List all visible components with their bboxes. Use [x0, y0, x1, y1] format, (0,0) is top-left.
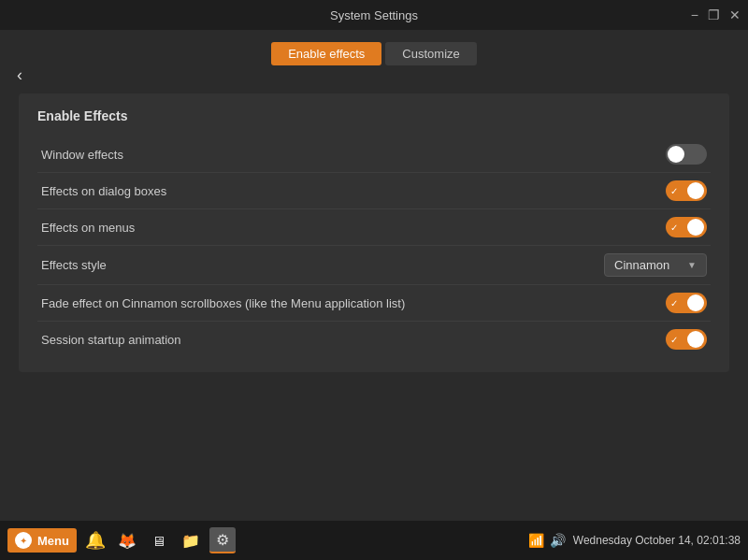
toggle-knob	[687, 331, 704, 348]
close-button[interactable]: ✕	[729, 7, 741, 22]
minimize-button[interactable]: −	[691, 7, 698, 22]
settings-panel: Enable Effects Window effects Effects on…	[19, 93, 729, 372]
toggle-window-effects[interactable]	[666, 144, 707, 165]
update-icon: 🔔	[85, 530, 106, 551]
label-effects-menus: Effects on menus	[41, 221, 135, 235]
taskbar-app-firefox[interactable]: 🦊	[114, 527, 140, 553]
taskbar-app-terminal[interactable]: 🖥	[146, 527, 172, 553]
effects-style-dropdown[interactable]: Cinnamon ▼	[604, 253, 707, 277]
panel-title: Enable Effects	[37, 108, 711, 123]
firefox-icon: 🦊	[118, 532, 137, 550]
toggle-check-icon: ✓	[670, 223, 678, 233]
toggle-session-startup[interactable]: ✓	[666, 329, 707, 350]
window-title: System Settings	[330, 8, 418, 22]
chevron-down-icon: ▼	[687, 260, 697, 270]
files-icon: 📁	[181, 532, 200, 550]
taskbar-app-files[interactable]: 📁	[178, 527, 204, 553]
network-icon[interactable]: 📶	[528, 533, 544, 548]
menu-button[interactable]: ✦ Menu	[7, 528, 77, 553]
setting-row-session-startup: Session startup animation ✓	[37, 322, 711, 357]
taskbar-app-updater[interactable]: 🔔	[82, 527, 108, 553]
window-controls: − ❐ ✕	[691, 7, 741, 22]
label-effects-style: Effects style	[41, 258, 107, 272]
setting-row-effects-menus: Effects on menus ✓	[37, 209, 711, 246]
settings-icon: ⚙	[216, 531, 229, 549]
restore-button[interactable]: ❐	[708, 7, 720, 22]
label-fade-cinnamon: Fade effect on Cinnamon scrollboxes (lik…	[41, 296, 405, 310]
system-clock: Wednesday October 14, 02:01:38	[573, 534, 741, 547]
toggle-check-icon: ✓	[670, 335, 678, 345]
cinnamon-logo-icon: ✦	[15, 532, 32, 549]
title-bar: System Settings − ❐ ✕	[0, 0, 748, 30]
label-effects-dialog: Effects on dialog boxes	[41, 184, 166, 198]
tab-customize[interactable]: Customize	[385, 42, 476, 65]
main-content: Enable Effects Window effects Effects on…	[0, 69, 748, 560]
toggle-effects-menus[interactable]: ✓	[666, 217, 707, 237]
label-window-effects: Window effects	[41, 148, 123, 162]
menu-label: Menu	[37, 534, 69, 548]
setting-row-window-effects: Window effects	[37, 136, 711, 173]
toggle-knob	[687, 219, 704, 236]
setting-row-effects-dialog: Effects on dialog boxes ✓	[37, 173, 711, 209]
setting-row-fade-cinnamon: Fade effect on Cinnamon scrollboxes (lik…	[37, 285, 711, 322]
toggle-effects-dialog[interactable]: ✓	[666, 180, 707, 201]
toggle-fade-cinnamon[interactable]: ✓	[666, 293, 707, 313]
label-session-startup: Session startup animation	[41, 333, 181, 347]
toggle-check-icon: ✓	[670, 298, 678, 309]
tab-enable-effects[interactable]: Enable effects	[271, 42, 381, 65]
taskbar-left: ✦ Menu 🔔 🦊 🖥 📁 ⚙	[7, 527, 236, 553]
tray-icons: 📶 🔊	[528, 533, 566, 548]
volume-icon[interactable]: 🔊	[550, 533, 566, 548]
terminal-icon: 🖥	[151, 533, 165, 549]
toggle-knob	[687, 294, 704, 311]
dropdown-value: Cinnamon	[614, 258, 669, 272]
taskbar-app-settings[interactable]: ⚙	[209, 527, 236, 553]
back-button[interactable]: ‹	[11, 64, 28, 87]
toggle-knob	[687, 182, 704, 199]
taskbar-right: 📶 🔊 Wednesday October 14, 02:01:38	[528, 533, 741, 548]
toggle-check-icon: ✓	[670, 186, 678, 196]
tabs-row: Enable effects Customize	[0, 30, 748, 69]
toggle-knob	[668, 146, 684, 163]
taskbar: ✦ Menu 🔔 🦊 🖥 📁 ⚙ 📶 🔊 Wednesday October 1…	[0, 521, 748, 560]
setting-row-effects-style: Effects style Cinnamon ▼	[37, 246, 711, 285]
